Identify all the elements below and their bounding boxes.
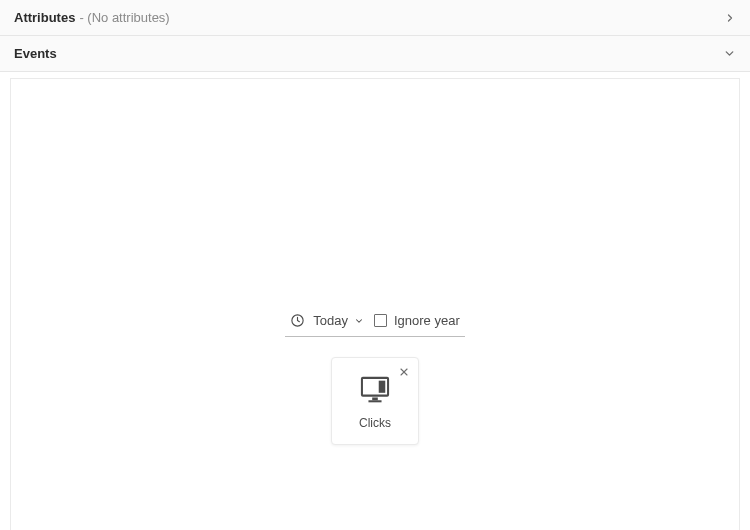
close-icon[interactable] [396, 364, 412, 380]
attributes-title: Attributes [14, 10, 75, 25]
svg-rect-4 [379, 381, 386, 393]
event-card[interactable]: Clicks [331, 357, 419, 445]
chevron-right-icon[interactable] [724, 12, 736, 24]
ignore-year-checkbox[interactable]: Ignore year [374, 313, 460, 328]
clock-icon [290, 313, 305, 328]
date-filter-group: Today [290, 313, 364, 328]
chevron-down-icon [354, 316, 364, 326]
events-section-header[interactable]: Events [0, 36, 750, 72]
attributes-subtitle: - (No attributes) [79, 10, 169, 25]
checkbox-box-icon [374, 314, 387, 327]
svg-rect-6 [368, 400, 381, 402]
event-card-label: Clicks [359, 416, 391, 430]
date-range-select[interactable]: Today [313, 313, 364, 328]
monitor-icon [360, 376, 390, 404]
svg-rect-5 [372, 397, 378, 400]
date-filter-toolbar: Today Ignore year [285, 313, 465, 337]
chevron-down-icon[interactable] [723, 47, 736, 60]
attributes-section-header[interactable]: Attributes - (No attributes) [0, 0, 750, 36]
events-body: Today Ignore year [0, 72, 750, 530]
ignore-year-label: Ignore year [394, 313, 460, 328]
date-range-selected-label: Today [313, 313, 348, 328]
events-title: Events [14, 46, 57, 61]
event-center-block: Today Ignore year [285, 313, 465, 445]
events-canvas: Today Ignore year [10, 78, 740, 530]
attributes-title-group: Attributes - (No attributes) [14, 10, 170, 25]
events-title-group: Events [14, 46, 57, 61]
